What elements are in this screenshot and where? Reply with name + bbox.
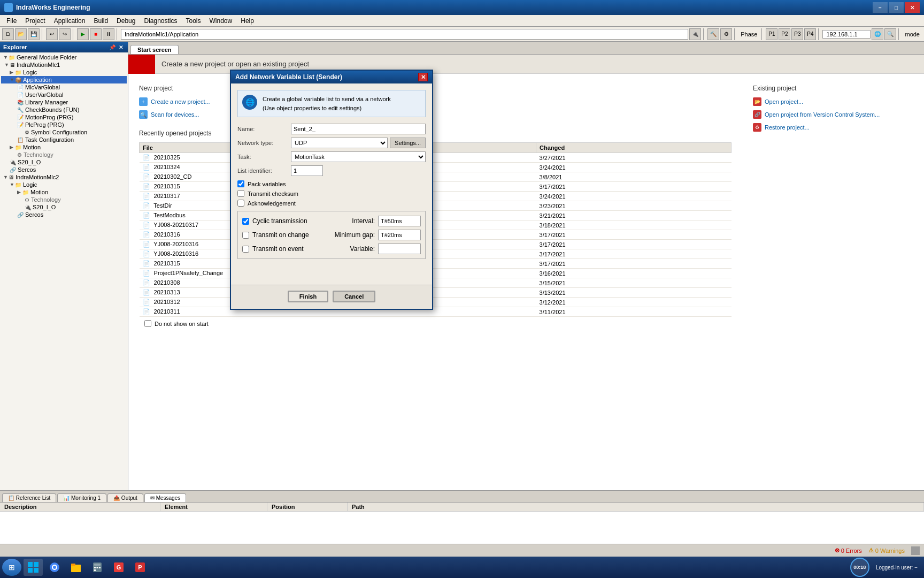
finish-button[interactable]: Finish	[288, 291, 328, 302]
tab-output[interactable]: 📤 Output	[107, 493, 143, 502]
list-identifier-input[interactable]	[291, 165, 323, 176]
explorer-pin[interactable]: 📌	[107, 44, 117, 50]
taskbar-file-explorer[interactable]	[66, 559, 86, 576]
pack-variables-checkbox[interactable]	[237, 180, 244, 187]
tree-application1[interactable]: ▼ 📦 Application	[1, 76, 127, 83]
tb-phase3[interactable]: P3	[791, 28, 803, 40]
table-row[interactable]: 📄 20210312 3/12/2021	[140, 298, 732, 307]
tb-pause[interactable]: ⏸	[103, 28, 114, 40]
table-row[interactable]: 📄 20210311 3/11/2021	[140, 307, 732, 317]
settings-button[interactable]: Settings...	[390, 138, 426, 148]
tb-undo[interactable]: ↩	[46, 28, 58, 40]
tree-s20io2[interactable]: 🔌 S20_I_O	[1, 203, 127, 211]
taskbar-powerpoint[interactable]: P	[130, 559, 150, 576]
tree-s20io1[interactable]: 🔌 S20_I_O	[1, 158, 127, 166]
scan-devices-link[interactable]: 🔍 Scan for devices...	[139, 110, 732, 119]
transmit-checksum-checkbox[interactable]	[237, 190, 244, 197]
menu-tools[interactable]: Tools	[182, 16, 205, 26]
tree-uservarglobal[interactable]: 📄 UserVarGlobal	[1, 91, 127, 98]
table-row[interactable]: 📄 YJ008-20210316 3/17/2021	[140, 240, 732, 249]
table-row[interactable]: 📄 YJ008-20210316 3/17/2021	[140, 249, 732, 259]
menu-help[interactable]: Help	[236, 16, 258, 26]
tb-network[interactable]: 🌐	[872, 28, 883, 40]
tb-phase2[interactable]: P2	[779, 28, 790, 40]
menu-diagnostics[interactable]: Diagnostics	[140, 16, 181, 26]
taskbar-app-1[interactable]	[24, 559, 43, 576]
menu-debug[interactable]: Debug	[112, 16, 140, 26]
tree-indramotion2[interactable]: ▼ 🖥 IndraMotionMlc2	[1, 173, 127, 181]
table-row[interactable]: 📄 20210316 3/17/2021	[140, 230, 732, 240]
tree-mlcvarglobal[interactable]: 📄 MlcVarGlobal	[1, 83, 127, 91]
menu-application[interactable]: Application	[50, 16, 90, 26]
tb-build[interactable]: 🔨	[707, 28, 719, 40]
interval-input[interactable]	[378, 216, 421, 226]
tree-checkbounds[interactable]: 🔧 CheckBounds (FUN)	[1, 106, 127, 113]
tb-stop[interactable]: ■	[90, 28, 102, 40]
taskbar-chrome[interactable]	[45, 559, 64, 576]
menu-project[interactable]: Project	[21, 16, 49, 26]
tree-tech1[interactable]: ⚙ Technology	[1, 151, 127, 158]
taskbar-calc[interactable]	[88, 559, 107, 576]
tree-task-config[interactable]: 📋 Task Configuration	[1, 136, 127, 143]
menu-build[interactable]: Build	[89, 16, 112, 26]
tb-redo[interactable]: ↪	[59, 28, 71, 40]
create-new-project-link[interactable]: + Create a new project...	[139, 97, 732, 106]
tree-sercos2[interactable]: 🔗 Sercos	[1, 211, 127, 218]
restore-button[interactable]: □	[889, 2, 904, 13]
taskbar-start-button[interactable]: ⊞	[2, 559, 21, 576]
tree-symbol-config[interactable]: ⚙ Symbol Configuration	[1, 128, 127, 136]
tab-reference-list[interactable]: 📋 Reference List	[2, 493, 56, 502]
tb-diag[interactable]: 🔍	[884, 28, 896, 40]
table-row[interactable]: 📄 Project1PNsafety_Change 3/16/2021	[140, 269, 732, 278]
tb-phase1[interactable]: P1	[766, 28, 777, 40]
table-row[interactable]: 📄 TestModbus 3/21/2021	[140, 211, 732, 220]
tree-indramotion1[interactable]: ▼ 🖥 IndraMotionMlc1	[1, 61, 127, 69]
open-project-link[interactable]: 📂 Open project...	[753, 97, 913, 106]
tree-logic1[interactable]: ▶ 📁 Logic	[1, 69, 127, 76]
acknowledgement-checkbox[interactable]	[237, 200, 244, 207]
table-row[interactable]: 📄 20210325 3/27/2021	[140, 153, 732, 163]
network-type-select[interactable]: UDP TCP CAN	[291, 138, 388, 148]
table-row[interactable]: 📄 20210317 3/24/2021	[140, 192, 732, 201]
cyclic-transmission-checkbox[interactable]	[242, 218, 249, 225]
tb-connect[interactable]: 🔌	[689, 28, 701, 40]
start-screen-tab[interactable]: Start screen	[130, 45, 179, 54]
tb-rebuild[interactable]: ⚙	[720, 28, 732, 40]
transmit-on-change-checkbox[interactable]	[242, 232, 249, 239]
table-row[interactable]: 📄 20210315 3/17/2021	[140, 259, 732, 269]
tree-motionprog[interactable]: 📝 MotionProg (PRG)	[1, 113, 127, 121]
table-row[interactable]: 📄 20210324 3/24/2021	[140, 163, 732, 172]
tree-plcprog[interactable]: 📝 PlcProg (PRG)	[1, 121, 127, 128]
table-row[interactable]: 📄 20210308 3/15/2021	[140, 278, 732, 288]
transmit-on-event-checkbox[interactable]	[242, 246, 249, 253]
tree-motion1[interactable]: ▶ 📁 Motion	[1, 143, 127, 151]
tb-save[interactable]: 💾	[28, 28, 40, 40]
min-gap-input[interactable]	[378, 230, 421, 240]
tb-run[interactable]: ▶	[77, 28, 89, 40]
table-row[interactable]: 📄 20210302_CD 3/8/2021	[140, 172, 732, 182]
no-show-checkbox[interactable]	[144, 320, 151, 327]
tb-open[interactable]: 📂	[15, 28, 27, 40]
variable-input[interactable]	[378, 244, 421, 254]
taskbar-app-5[interactable]: G	[109, 559, 128, 576]
task-select[interactable]: MotionTask PlcTask	[291, 151, 426, 162]
minimize-button[interactable]: −	[873, 2, 888, 13]
restore-project-link[interactable]: ♻ Restore project...	[753, 123, 913, 132]
menu-file[interactable]: File	[2, 16, 21, 26]
tree-logic2[interactable]: ▼ 📁 Logic	[1, 181, 127, 188]
tb-new[interactable]: 🗋	[2, 28, 14, 40]
tree-sercos1[interactable]: 🔗 Sercos	[1, 166, 127, 173]
tb-phase4[interactable]: P4	[804, 28, 816, 40]
tab-monitoring[interactable]: 📊 Monitoring 1	[57, 493, 106, 502]
table-row[interactable]: 📄 20210313 3/13/2021	[140, 288, 732, 298]
menu-window[interactable]: Window	[205, 16, 237, 26]
dialog-close-button[interactable]: ✕	[418, 73, 428, 81]
table-row[interactable]: 📄 20210315 3/17/2021	[140, 182, 732, 192]
explorer-close[interactable]: ✕	[117, 44, 125, 50]
tree-general-module[interactable]: ▼ 📁 General Module Folder	[1, 54, 127, 61]
close-button[interactable]: ✕	[905, 2, 920, 13]
tab-messages[interactable]: ✉ Messages	[144, 493, 186, 502]
tree-library-manager[interactable]: 📚 Library Manager	[1, 98, 127, 106]
tree-tech2[interactable]: ⚙ Technology	[1, 196, 127, 203]
table-row[interactable]: 📄 YJ008-20210317 3/18/2021	[140, 220, 732, 230]
